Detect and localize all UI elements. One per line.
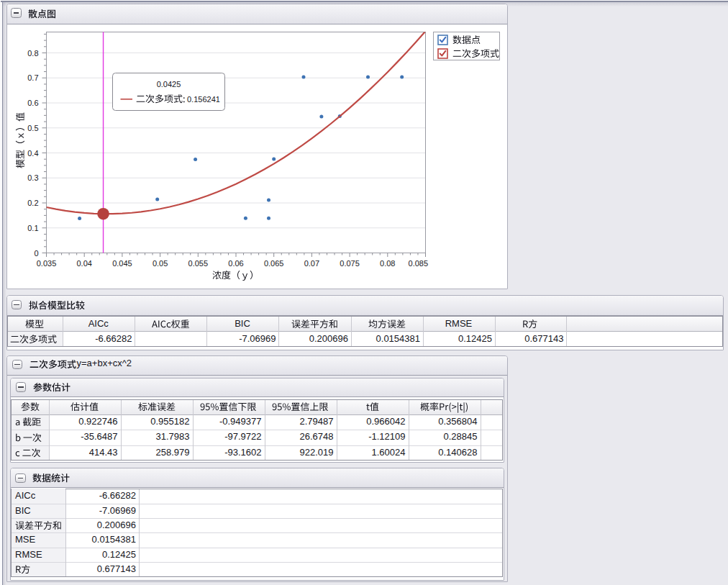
svg-text:0.06: 0.06 bbox=[228, 259, 243, 268]
svg-text:0.156241: 0.156241 bbox=[187, 95, 220, 104]
svg-text:0.085: 0.085 bbox=[409, 259, 429, 268]
svg-text:0.05: 0.05 bbox=[153, 259, 168, 268]
svg-text:0.045: 0.045 bbox=[112, 259, 132, 268]
svg-text:0.075: 0.075 bbox=[340, 259, 360, 268]
svg-text:0.055: 0.055 bbox=[188, 259, 209, 268]
svg-text:0.065: 0.065 bbox=[264, 259, 284, 268]
svg-text:0.08: 0.08 bbox=[380, 259, 395, 268]
svg-text:0.07: 0.07 bbox=[304, 259, 319, 268]
svg-text:0.04: 0.04 bbox=[76, 259, 91, 268]
